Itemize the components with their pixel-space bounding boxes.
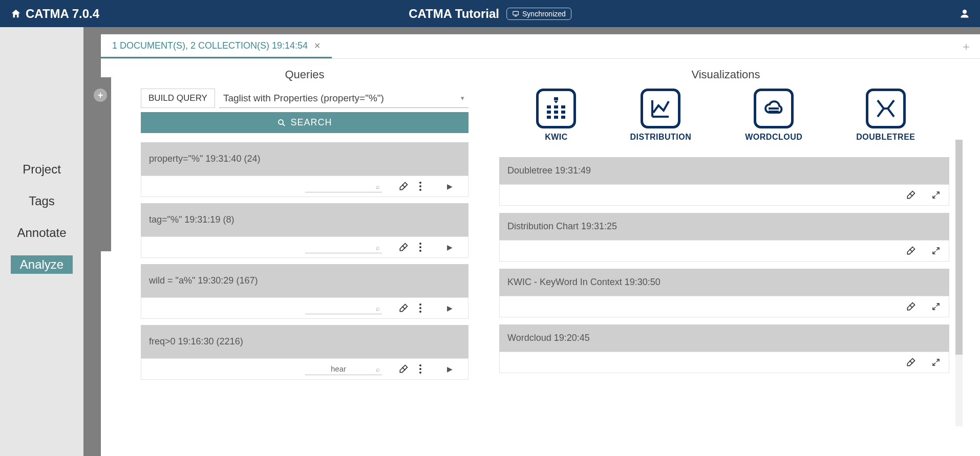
query-result-title[interactable]: wild = "a%" 19:30:29 (167) (141, 264, 468, 297)
expand-button[interactable] (931, 246, 941, 255)
expand-button[interactable] (931, 190, 941, 200)
tab-label: 1 DOCUMENT(S), 2 COLLECTION(S) 19:14:54 (112, 40, 308, 51)
chevron-down-icon: ▾ (461, 94, 464, 102)
query-result-toolbar: ⌕▶ (141, 358, 468, 380)
query-filter-input[interactable] (305, 180, 382, 192)
svg-rect-18 (561, 105, 565, 108)
expand-button[interactable] (931, 302, 941, 311)
visualizations-heading: Visualizations (499, 68, 952, 81)
svg-rect-19 (547, 111, 551, 114)
search-button[interactable]: SEARCH (141, 112, 468, 133)
sidebar-item-annotate[interactable]: Annotate (8, 224, 75, 242)
svg-rect-0 (513, 11, 519, 15)
erase-button[interactable] (906, 190, 916, 200)
erase-button[interactable] (398, 181, 419, 191)
svg-rect-23 (554, 116, 558, 119)
svg-rect-22 (547, 116, 551, 119)
search-label: SEARCH (290, 117, 332, 128)
expand-button[interactable]: ▶ (439, 182, 460, 190)
query-result-card: property="%" 19:31:40 (24)⌕▶ (141, 142, 468, 197)
project-title: CATMA Tutorial (409, 7, 499, 21)
viz-type-kwic[interactable]: KWIC (536, 89, 576, 142)
svg-point-4 (419, 189, 421, 191)
svg-point-11 (419, 364, 421, 366)
app-title[interactable]: CATMA 7.0.4 (10, 7, 99, 21)
erase-button[interactable] (906, 246, 916, 256)
query-select-value: Taglist with Properties (property="%") (223, 93, 384, 104)
more-menu-button[interactable] (419, 303, 439, 313)
erase-button[interactable] (398, 242, 419, 252)
expand-button[interactable]: ▶ (439, 365, 460, 373)
svg-point-3 (419, 185, 421, 187)
search-icon (277, 118, 286, 127)
svg-rect-17 (554, 105, 558, 108)
visualization-card-title[interactable]: KWIC - KeyWord In Context 19:30:50 (499, 269, 949, 296)
svg-point-12 (419, 368, 421, 370)
more-menu-button[interactable] (419, 364, 439, 374)
main-area: + 1 DOCUMENT(S), 2 COLLECTION(S) 19:14:5… (83, 27, 980, 456)
search-icon: ⌕ (376, 244, 380, 251)
visualization-card: Doubletree 19:31:49 (499, 157, 949, 206)
visualization-card: Wordcloud 19:20:45 (499, 324, 949, 373)
add-tab-button[interactable]: ＋ (961, 39, 972, 54)
erase-button[interactable] (398, 303, 419, 313)
collapse-handle[interactable]: + (90, 77, 111, 251)
expand-button[interactable]: ▶ (439, 243, 460, 251)
expand-button[interactable]: ▶ (439, 304, 460, 312)
query-result-title[interactable]: property="%" 19:31:40 (24) (141, 142, 468, 176)
visualization-card-title[interactable]: Distribution Chart 19:31:25 (499, 213, 949, 240)
query-filter-input[interactable] (305, 363, 382, 375)
home-icon (10, 8, 22, 19)
visualization-card-title[interactable]: Doubletree 19:31:49 (499, 157, 949, 184)
svg-point-6 (419, 246, 421, 248)
sidebar-item-project[interactable]: Project (13, 160, 70, 179)
wordcloud-icon (754, 89, 794, 128)
search-icon: ⌕ (376, 183, 380, 190)
search-icon: ⌕ (376, 365, 380, 373)
close-icon[interactable]: ✕ (314, 41, 321, 51)
visualization-card-toolbar (499, 296, 949, 317)
visualization-types: KWIC DISTRIBUTION (499, 89, 952, 142)
query-select[interactable]: Taglist with Properties (property="%") ▾ (219, 89, 468, 108)
expand-button[interactable] (931, 358, 941, 367)
erase-button[interactable] (906, 301, 916, 312)
user-icon[interactable] (960, 9, 970, 19)
visualization-card-title[interactable]: Wordcloud 19:20:45 (499, 324, 949, 352)
viz-label: DOUBLETREE (856, 133, 915, 142)
search-icon: ⌕ (376, 305, 380, 312)
more-menu-button[interactable] (419, 181, 439, 191)
viz-type-wordcloud[interactable]: WORDCLOUD (745, 89, 802, 142)
kwic-icon (536, 89, 576, 128)
viz-type-distribution[interactable]: DISTRIBUTION (630, 89, 691, 142)
query-result-toolbar: ⌕▶ (141, 236, 468, 258)
scrollbar[interactable] (955, 140, 963, 426)
visualization-cards: Doubletree 19:31:49Distribution Chart 19… (499, 157, 952, 373)
query-result-card: tag="%" 19:31:19 (8)⌕▶ (141, 203, 468, 258)
svg-point-2 (419, 182, 421, 184)
queries-heading: Queries (141, 68, 468, 81)
build-query-button[interactable]: BUILD QUERY (141, 89, 215, 108)
svg-point-10 (419, 311, 421, 313)
svg-rect-24 (561, 116, 565, 119)
visualization-card: KWIC - KeyWord In Context 19:30:50 (499, 269, 949, 317)
erase-button[interactable] (398, 364, 419, 374)
more-menu-button[interactable] (419, 242, 439, 252)
query-result-title[interactable]: tag="%" 19:31:19 (8) (141, 203, 468, 236)
svg-rect-20 (554, 111, 558, 114)
sync-badge[interactable]: Synchronized (506, 8, 571, 20)
tab-active[interactable]: 1 DOCUMENT(S), 2 COLLECTION(S) 19:14:54 … (101, 34, 332, 58)
query-filter-input[interactable] (305, 241, 382, 253)
query-result-toolbar: ⌕▶ (141, 297, 468, 319)
query-result-title[interactable]: freq>0 19:16:30 (2216) (141, 325, 468, 358)
svg-rect-21 (561, 111, 565, 114)
visualization-card-toolbar (499, 240, 949, 262)
sidebar-item-analyze[interactable]: Analyze (11, 255, 73, 274)
query-filter-input[interactable] (305, 302, 382, 314)
visualizations-column: Visualizations (499, 68, 965, 456)
visualization-card: Distribution Chart 19:31:25 (499, 213, 949, 262)
sidebar-item-tags[interactable]: Tags (19, 192, 64, 210)
app-title-text: CATMA 7.0.4 (26, 7, 99, 21)
viz-type-doubletree[interactable]: DOUBLETREE (856, 89, 915, 142)
doubletree-icon (866, 89, 906, 128)
erase-button[interactable] (906, 357, 916, 367)
